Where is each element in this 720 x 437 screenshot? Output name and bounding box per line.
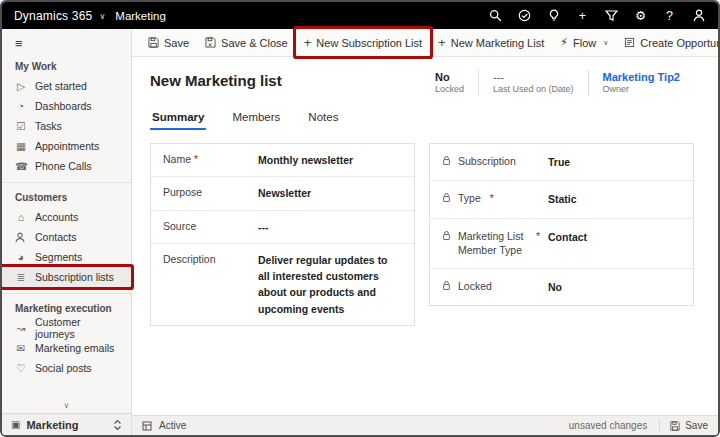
sidebar-item-social-posts[interactable]: ♡ Social posts	[2, 358, 131, 378]
field-value: Contact	[548, 229, 587, 245]
statusbar-save-button[interactable]: Save	[659, 420, 708, 431]
field-value[interactable]: ---	[258, 219, 269, 235]
updown-chevrons-icon	[113, 419, 122, 431]
page-title: New Marketing list	[150, 67, 282, 89]
field-value: No	[548, 279, 562, 295]
field-member-type: Marketing List Member Type* Contact	[430, 219, 693, 269]
save-close-label: Save & Close	[221, 37, 288, 49]
chevron-down-icon[interactable]: ∨	[99, 12, 105, 21]
person-icon[interactable]	[691, 8, 706, 23]
section-my-work: My Work ▷ Get started ◔ Dashboards ☑ Tas…	[2, 55, 131, 176]
sidebar-item-label: Subscription lists	[35, 271, 114, 283]
sidebar-item-label: Customer journeys	[35, 316, 118, 340]
sidebar-item-phone-calls[interactable]: ☎ Phone Calls	[2, 156, 131, 176]
required-marker: *	[194, 153, 198, 165]
form-selector-icon[interactable]	[142, 421, 152, 431]
new-subscription-list-label: New Subscription List	[316, 37, 422, 49]
lightbulb-icon[interactable]	[546, 8, 561, 23]
field-purpose: Purpose Newsletter	[151, 177, 414, 210]
top-navbar: Dynamics 365 ∨ Marketing + ⚙ ?	[2, 2, 718, 29]
clipboard-icon	[624, 37, 635, 48]
play-icon: ▷	[15, 80, 27, 92]
save-icon	[148, 37, 159, 48]
new-subscription-list-button[interactable]: + New Subscription List	[296, 29, 430, 56]
sidebar-item-marketing-emails[interactable]: ✉ Marketing emails	[2, 338, 131, 358]
sidebar-item-contacts[interactable]: Contacts	[2, 227, 131, 247]
field-name: Name* Monthly newsletter	[151, 144, 414, 177]
sidebar-item-appointments[interactable]: ▦ Appointments	[2, 136, 131, 156]
details-card: Subscription True Type* Static	[429, 143, 694, 306]
sidebar-item-subscription-lists[interactable]: ≣ Subscription lists	[2, 267, 131, 287]
save-and-close-button[interactable]: Save & Close	[197, 29, 296, 56]
required-marker: *	[536, 229, 540, 244]
create-opportunities-button[interactable]: Create Opportunities	[616, 29, 720, 56]
record-content: New Marketing list No Locked --- Last Us…	[132, 57, 718, 415]
create-opportunities-label: Create Opportunities	[640, 37, 720, 49]
owner-link[interactable]: Marketing Tip2	[603, 70, 680, 84]
envelope-icon: ✉	[15, 342, 27, 354]
meta-value: ---	[493, 70, 574, 84]
field-value[interactable]: Deliver regular updates to all intereste…	[258, 252, 402, 317]
tab-members[interactable]: Members	[230, 108, 282, 130]
sidebar-item-accounts[interactable]: ⌂ Accounts	[2, 207, 131, 227]
save-button[interactable]: Save	[140, 29, 197, 56]
new-marketing-list-label: New Marketing List	[451, 37, 545, 49]
flow-button[interactable]: ⚡ Flow ∨	[552, 29, 616, 56]
plus-icon[interactable]: +	[575, 8, 590, 23]
dynamics365-brand[interactable]: Dynamics 365	[14, 9, 92, 23]
sidebar-item-label: Dashboards	[35, 100, 92, 112]
sidebar-item-get-started[interactable]: ▷ Get started	[2, 76, 131, 96]
sidebar-item-segments[interactable]: ◕ Segments	[2, 247, 131, 267]
phone-icon: ☎	[15, 160, 27, 172]
filter-icon[interactable]	[604, 8, 619, 23]
field-label: Type*	[442, 191, 548, 206]
field-label: Name*	[163, 152, 258, 167]
field-value[interactable]: Newsletter	[258, 185, 311, 201]
app-name: Marketing	[115, 10, 166, 22]
area-switcher[interactable]: ▣ Marketing	[2, 413, 131, 435]
plus-icon: +	[438, 35, 446, 50]
gear-icon[interactable]: ⚙	[633, 8, 648, 23]
field-label: Locked	[442, 279, 548, 294]
record-header: New Marketing list No Locked --- Last Us…	[150, 67, 694, 96]
section-title: Marketing execution	[2, 297, 131, 318]
field-label: Subscription	[442, 154, 548, 169]
tasks-icon: ☑	[15, 120, 27, 132]
field-source: Source ---	[151, 211, 414, 244]
sidebar-item-dashboards[interactable]: ◔ Dashboards	[2, 96, 131, 116]
new-marketing-list-button[interactable]: + New Marketing List	[430, 29, 552, 56]
section-marketing-execution: Marketing execution ↝ Customer journeys …	[2, 293, 131, 378]
sidebar-item-customer-journeys[interactable]: ↝ Customer journeys	[2, 318, 131, 338]
person-icon	[15, 232, 27, 243]
tab-notes[interactable]: Notes	[306, 108, 340, 130]
hamburger-icon[interactable]: ≡	[2, 29, 131, 55]
chevron-down-icon: ∨	[603, 39, 608, 47]
search-icon[interactable]	[488, 8, 503, 23]
check-circle-icon[interactable]	[517, 8, 532, 23]
section-customers: Customers ⌂ Accounts Contacts ◕ Segments…	[2, 182, 131, 287]
meta-label: Owner	[603, 84, 680, 96]
field-type: Type* Static	[430, 181, 693, 218]
field-label: Marketing List Member Type*	[442, 229, 548, 258]
calendar-icon: ▦	[15, 140, 27, 152]
unsaved-changes-text: unsaved changes	[569, 420, 647, 431]
tab-summary[interactable]: Summary	[150, 108, 206, 130]
lock-icon	[442, 230, 452, 241]
save-label: Save	[685, 420, 708, 431]
field-locked: Locked No	[430, 269, 693, 305]
dynamics365-window: Dynamics 365 ∨ Marketing + ⚙ ?	[0, 0, 720, 437]
field-description: Description Deliver regular updates to a…	[151, 244, 414, 325]
sidebar-item-label: Appointments	[35, 140, 99, 152]
help-icon[interactable]: ?	[662, 8, 677, 23]
meta-owner: Marketing Tip2 Owner	[588, 70, 694, 96]
command-bar: Save Save & Close + New Subscription Lis…	[132, 29, 718, 57]
field-label: Purpose	[163, 185, 258, 200]
flow-label: Flow	[573, 37, 596, 49]
main-area: Save Save & Close + New Subscription Lis…	[132, 29, 718, 435]
sidebar-scroll-down-icon[interactable]: ∨	[2, 399, 131, 413]
field-value[interactable]: Monthly newsletter	[258, 152, 353, 168]
lock-icon	[442, 192, 452, 203]
field-label: Description	[163, 252, 258, 267]
meta-locked: No Locked	[421, 70, 478, 96]
sidebar-item-tasks[interactable]: ☑ Tasks	[2, 116, 131, 136]
